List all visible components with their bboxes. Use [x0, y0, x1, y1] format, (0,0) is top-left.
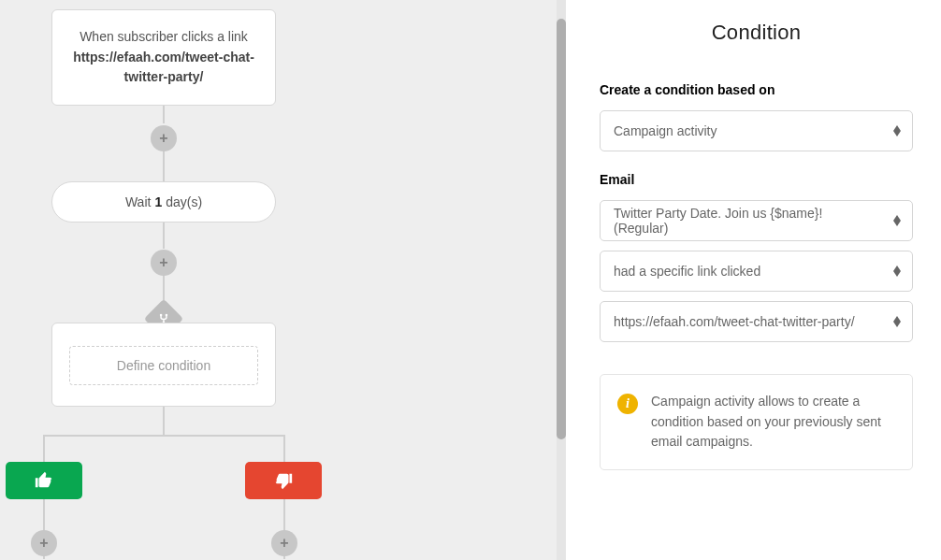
info-text: Campaign activity allows to create a con… — [651, 394, 881, 449]
add-step-button[interactable]: + — [271, 530, 297, 556]
panel-title: Condition — [600, 21, 913, 45]
select-value: Twitter Party Date. Join us {$name}! (Re… — [614, 206, 878, 236]
info-icon: i — [617, 394, 638, 414]
define-condition-label: Define condition — [117, 358, 210, 373]
select-value: https://efaah.com/tweet-chat-twitter-par… — [614, 314, 855, 329]
select-value: had a specific link clicked — [614, 264, 760, 279]
condition-basis-select[interactable]: Campaign activity — [600, 110, 913, 151]
trigger-url: https://efaah.com/tweet-chat-twitter-par… — [73, 50, 254, 85]
add-step-button[interactable]: + — [31, 530, 57, 556]
vertical-scrollbar[interactable] — [557, 0, 566, 560]
select-arrows-icon — [893, 215, 901, 226]
thumbs-up-icon — [34, 470, 54, 491]
select-arrows-icon — [893, 125, 901, 136]
link-select[interactable]: https://efaah.com/tweet-chat-twitter-par… — [600, 301, 913, 342]
add-step-button[interactable]: + — [151, 125, 177, 151]
branch-no-button[interactable] — [245, 462, 322, 499]
connector-line — [163, 150, 165, 181]
scrollbar-thumb[interactable] — [557, 19, 566, 439]
condition-panel: Condition Create a condition based on Ca… — [566, 0, 941, 560]
email-select[interactable]: Twitter Party Date. Join us {$name}! (Re… — [600, 200, 913, 241]
info-box: i Campaign activity allows to create a c… — [600, 374, 913, 470]
select-arrows-icon — [893, 266, 901, 277]
workflow-canvas: When subscriber clicks a link https://ef… — [0, 0, 566, 560]
email-label: Email — [600, 172, 913, 187]
wait-count: 1 — [154, 194, 162, 209]
connector-line — [163, 223, 165, 249]
connector-line — [43, 435, 284, 437]
basis-label: Create a condition based on — [600, 82, 913, 97]
wait-suffix: day(s) — [166, 194, 202, 209]
add-step-button[interactable]: + — [151, 250, 177, 276]
branch-yes-button[interactable] — [6, 462, 82, 499]
action-select[interactable]: had a specific link clicked — [600, 251, 913, 292]
thumbs-down-icon — [273, 470, 294, 491]
wait-node[interactable]: Wait 1 day(s) — [51, 181, 276, 223]
condition-node[interactable]: Define condition — [51, 323, 276, 407]
trigger-node[interactable]: When subscriber clicks a link https://ef… — [51, 9, 276, 106]
select-value: Campaign activity — [614, 123, 717, 138]
trigger-text: When subscriber clicks a link — [80, 29, 248, 44]
define-condition-button[interactable]: Define condition — [69, 346, 258, 385]
wait-prefix: Wait — [125, 194, 151, 209]
select-arrows-icon — [893, 316, 901, 327]
